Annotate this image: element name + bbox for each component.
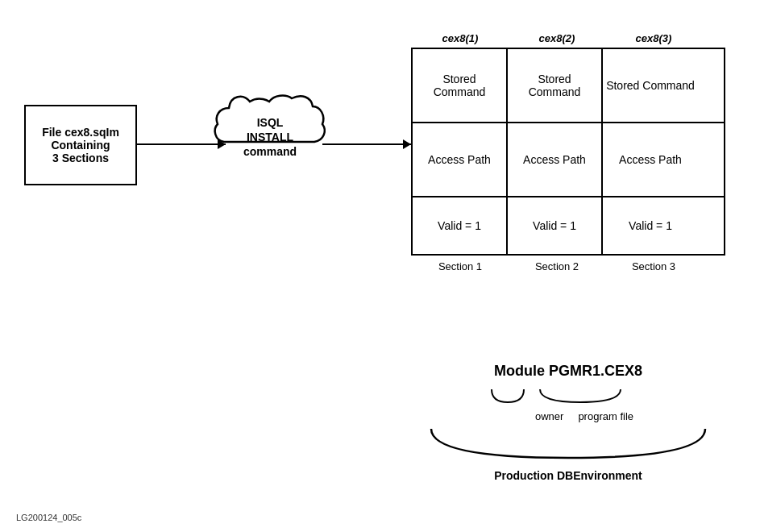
cloud-line2: INSTALL (222, 130, 318, 144)
cell-1-3: Stored Command (603, 49, 698, 122)
grid-footer-1: Section 1 (413, 260, 508, 272)
grid-container: cex8(1) cex8(2) cex8(3) Stored Command S… (411, 32, 725, 272)
file-box-line1: File cex8.sqIm (42, 126, 119, 139)
grid-row-1: Stored Command Stored Command Stored Com… (413, 49, 724, 123)
brace-labels: owner program file (443, 410, 725, 422)
module-section: Module PGMR1.CEX8 owner program file Pro… (411, 363, 725, 482)
arrow-cloud-to-grid (322, 143, 411, 145)
grid-headers: cex8(1) cex8(2) cex8(3) (413, 32, 725, 44)
production-label: Production DBEnvironment (411, 469, 725, 482)
grid-footer-2: Section 2 (509, 260, 604, 272)
cloud-line1: ISQL (222, 115, 318, 130)
cloud-text: ISQL INSTALL command (222, 115, 318, 160)
cloud-line3: command (222, 144, 318, 159)
grid-footers: Section 1 Section 2 Section 3 (413, 260, 725, 272)
cell-1-1: Stored Command (413, 49, 508, 122)
diagram-container: File cex8.sqIm Containing 3 Sections ISQ… (0, 0, 760, 532)
big-brace-svg (423, 426, 713, 466)
cell-3-1: Valid = 1 (413, 197, 508, 254)
cell-2-3: Access Path (603, 123, 698, 196)
grid-header-3: cex8(3) (606, 32, 701, 44)
cell-3-3: Valid = 1 (603, 197, 698, 254)
grid-header-1: cex8(1) (413, 32, 508, 44)
footer-label: LG200124_005c (16, 513, 81, 522)
small-braces-svg (467, 386, 693, 410)
owner-label: owner (535, 410, 563, 422)
cell-2-1: Access Path (413, 123, 508, 196)
cell-3-2: Valid = 1 (508, 197, 603, 254)
file-box-line2: Containing (42, 139, 119, 152)
grid-row-3: Valid = 1 Valid = 1 Valid = 1 (413, 197, 724, 254)
module-title: Module PGMR1.CEX8 (411, 363, 725, 380)
grid-table: Stored Command Stored Command Stored Com… (411, 48, 725, 256)
file-box: File cex8.sqIm Containing 3 Sections (24, 105, 137, 185)
grid-header-2: cex8(2) (509, 32, 604, 44)
grid-footer-3: Section 3 (606, 260, 701, 272)
cell-2-2: Access Path (508, 123, 603, 196)
cell-1-2: Stored Command (508, 49, 603, 122)
grid-row-2: Access Path Access Path Access Path (413, 123, 724, 197)
program-label: program file (578, 410, 633, 422)
file-box-line3: 3 Sections (42, 152, 119, 164)
